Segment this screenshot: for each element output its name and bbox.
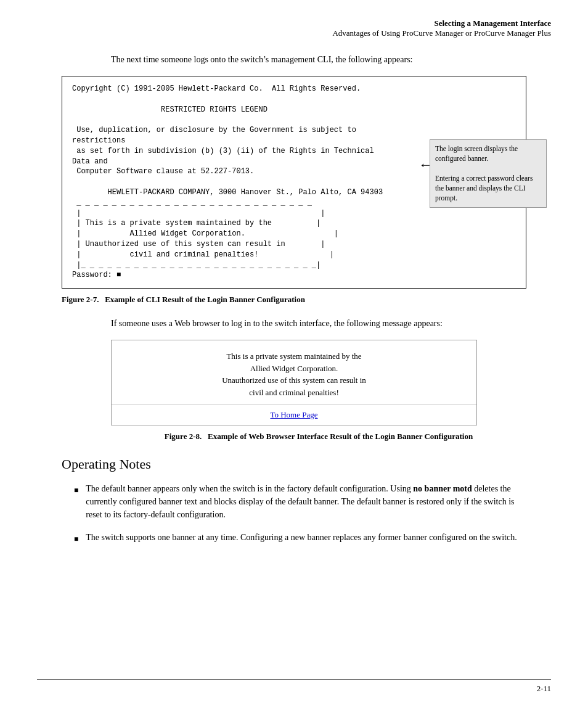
- annotation-line2: Entering a correct password clears the b…: [435, 174, 533, 202]
- web-browser-box: This is a private system maintained by t…: [111, 340, 477, 425]
- annotation-line1: The login screen displays the configured…: [435, 145, 518, 162]
- web-content: This is a private system maintained by t…: [112, 340, 476, 404]
- cli-line-1: Copyright (C) 1991-2005 Hewlett-Packard …: [72, 84, 393, 281]
- page-number: 2-11: [537, 684, 551, 694]
- bullet-text-1: The default banner appears only when the…: [86, 482, 526, 521]
- bullet1-bold: no banner motd: [413, 484, 472, 493]
- web-line3: Unauthorized use of this system can resu…: [124, 374, 464, 387]
- bullet2-text: The switch supports one banner at any ti…: [86, 533, 517, 542]
- web-line1: This is a private system maintained by t…: [124, 350, 464, 363]
- web-intro-text: If someone uses a Web browser to log in …: [111, 317, 526, 330]
- page-footer: 2-11: [37, 679, 551, 694]
- web-link-row: To Home Page: [112, 404, 476, 425]
- chapter-title: Selecting a Management Interface: [37, 18, 551, 28]
- page-header: Selecting a Management Interface Advanta…: [37, 18, 551, 38]
- home-page-link[interactable]: To Home Page: [270, 410, 317, 419]
- cli-box: Copyright (C) 1991-2005 Hewlett-Packard …: [62, 76, 526, 289]
- bullet-item-2: ■ The switch supports one banner at any …: [74, 531, 526, 544]
- figure1-label: Figure 2-7.: [62, 295, 99, 304]
- figure1-caption: Figure 2-7. Example of CLI Result of the…: [62, 295, 526, 305]
- arrow-icon: ←: [422, 157, 430, 176]
- intro-text: The next time someone logs onto the swit…: [111, 53, 526, 66]
- figure2-title: Example of Web Browser Interface Result …: [208, 432, 473, 441]
- figure2-label: Figure 2-8.: [165, 432, 202, 441]
- figure2-caption: Figure 2-8. Example of Web Browser Inter…: [111, 432, 526, 441]
- web-line4: civil and criminal penalties!: [124, 387, 464, 399]
- chapter-subtitle: Advantages of Using ProCurve Manager or …: [37, 28, 551, 38]
- bullet-item-1: ■ The default banner appears only when t…: [74, 482, 526, 521]
- operating-notes-heading: Operating Notes: [62, 456, 551, 472]
- bullet1-text-before: The default banner appears only when the…: [86, 484, 413, 493]
- figure1-title: Example of CLI Result of the Login Banne…: [105, 295, 305, 304]
- cli-inner: Copyright (C) 1991-2005 Hewlett-Packard …: [72, 84, 516, 281]
- bullet-icon-1: ■: [74, 485, 78, 496]
- cli-annotation: The login screen displays the configured…: [430, 139, 547, 208]
- page: Selecting a Management Interface Advanta…: [0, 0, 588, 706]
- bullet-text-2: The switch supports one banner at any ti…: [86, 531, 526, 544]
- web-line2: Allied Widget Corporation.: [124, 363, 464, 375]
- bullet-icon-2: ■: [74, 533, 78, 544]
- bullet-list: ■ The default banner appears only when t…: [74, 482, 526, 544]
